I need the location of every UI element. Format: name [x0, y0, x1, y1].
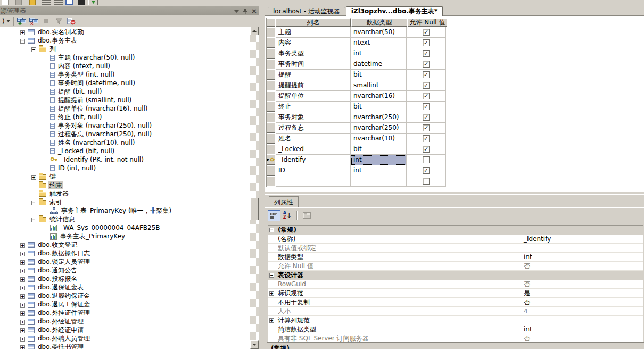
row-selector[interactable] — [267, 80, 275, 90]
pin-icon[interactable] — [243, 8, 247, 14]
tree-item[interactable]: 提醒 (bit, null) — [0, 87, 250, 96]
row-selector[interactable] — [267, 112, 275, 122]
row-selector[interactable] — [267, 38, 275, 48]
property-value[interactable]: int — [521, 325, 643, 334]
tree-item[interactable]: +dbo.实名制考勤 — [0, 28, 250, 36]
toolbar-button-fragment[interactable] — [42, 0, 51, 5]
scrollbar-thumb[interactable] — [250, 198, 259, 220]
property-value[interactable]: int — [521, 253, 643, 261]
tree-item[interactable]: 主题 (nvarchar(50), null) — [0, 53, 250, 62]
allow-null-checkbox[interactable]: ✓ — [423, 167, 430, 174]
property-row[interactable]: 允许 Null 值否 — [268, 262, 643, 271]
column-name-cell[interactable]: 过程备忘 — [276, 123, 351, 134]
tree-item[interactable]: 触发器 — [0, 189, 250, 198]
allow-null-checkbox[interactable]: ✓ — [423, 71, 430, 78]
allow-null-checkbox[interactable] — [423, 156, 430, 163]
expand-icon[interactable]: + — [20, 345, 25, 349]
expand-icon[interactable]: + — [20, 260, 25, 265]
row-selector[interactable] — [267, 165, 275, 176]
tree-vertical-scrollbar[interactable] — [250, 27, 259, 349]
toolbar-button-fragment[interactable] — [29, 0, 36, 5]
column-header-allownull[interactable]: 允许 Null 值 — [408, 18, 447, 27]
property-value[interactable]: 4 — [521, 307, 643, 315]
collapse-icon[interactable]: − — [31, 201, 36, 205]
allow-null-checkbox[interactable]: ✓ — [423, 29, 430, 36]
tree-item[interactable]: ID (int, null) — [0, 164, 250, 172]
tree-item[interactable]: −dbo.事务主表 — [0, 36, 250, 45]
expand-icon[interactable]: + — [20, 269, 25, 273]
tree-item[interactable]: +dbo.数据操作日志 — [0, 249, 250, 257]
expand-icon[interactable]: + — [20, 286, 25, 290]
tab-activity-monitor[interactable]: localhost - 活动监视器 — [268, 7, 345, 15]
toolbar-button-fragment[interactable] — [15, 0, 22, 5]
data-type-cell[interactable]: int — [351, 155, 407, 165]
row-selector[interactable] — [267, 123, 275, 133]
connect-dropdown-button[interactable]: ) — [1, 16, 12, 26]
toolbar-button-fragment[interactable] — [2, 0, 9, 5]
column-name-cell[interactable]: 事务类型 — [276, 48, 351, 59]
tree-item[interactable]: 姓名 (nvarchar(10), null) — [0, 138, 250, 147]
tree-item[interactable]: 提醒单位 (nvarchar(16), null) — [0, 104, 250, 113]
row-selector[interactable]: ▶ — [267, 155, 275, 165]
tree-item[interactable]: 事务时间 (datetime, null) — [0, 79, 250, 87]
column-name-cell[interactable]: 事务对象 — [276, 112, 351, 123]
tree-item[interactable]: +dbo.投标报名 — [0, 275, 250, 283]
connect-server-button[interactable] — [16, 16, 28, 27]
property-pages-button[interactable] — [300, 210, 313, 221]
expand-icon[interactable]: + — [20, 337, 25, 342]
tree-item[interactable]: +dbo.外经证管理 — [0, 317, 250, 326]
row-selector[interactable] — [267, 48, 275, 59]
allow-null-checkbox[interactable]: ✓ — [423, 50, 430, 57]
tree-item[interactable]: 事务主表_PrimaryKey (唯一，非聚集) — [0, 206, 250, 215]
expand-icon[interactable]: + — [20, 294, 25, 299]
property-row[interactable]: 不用于复制否 — [268, 298, 643, 307]
allow-null-checkbox[interactable]: ✓ — [423, 146, 430, 153]
scrollbar-down-button[interactable] — [250, 340, 259, 349]
property-row[interactable]: RowGuid否 — [268, 280, 643, 289]
column-name-cell[interactable]: 内容 — [276, 38, 351, 48]
allow-null-checkbox[interactable]: ✓ — [423, 93, 430, 99]
property-value[interactable]: 否 — [521, 280, 643, 288]
row-selector[interactable] — [267, 102, 275, 112]
property-row[interactable]: 大小4 — [268, 307, 643, 316]
property-value[interactable]: 否 — [521, 334, 643, 343]
tree-item[interactable]: +dbo.外挂证件管理 — [0, 309, 250, 317]
property-value[interactable] — [521, 316, 643, 325]
column-name-cell[interactable]: 提醒单位 — [276, 91, 351, 102]
tree-item[interactable]: +dbo.退履约保证金 — [0, 292, 250, 300]
collapse-icon[interactable]: − — [20, 39, 25, 44]
data-type-cell[interactable]: nvarchar(250) — [351, 123, 407, 134]
tree-item[interactable]: +dbo.委托书管理 — [0, 343, 250, 349]
tree-item[interactable]: +dbo.锁定人员管理 — [0, 257, 250, 266]
expand-icon[interactable]: + — [20, 277, 25, 282]
vertical-splitter[interactable] — [259, 6, 265, 349]
disconnect-server-button[interactable] — [28, 16, 40, 27]
tab-column-properties[interactable]: 列属性 — [269, 196, 299, 207]
column-name-cell[interactable] — [276, 176, 351, 187]
stop-button[interactable] — [40, 16, 53, 27]
row-selector[interactable] — [267, 176, 275, 186]
row-selector[interactable] — [267, 27, 275, 37]
tree-item[interactable]: +键 — [0, 172, 250, 181]
allow-null-checkbox[interactable] — [423, 178, 430, 185]
data-type-cell[interactable]: smallint — [351, 80, 407, 91]
tree-item[interactable]: _WA_Sys_00000004_04AFB25B — [0, 223, 250, 232]
data-type-cell[interactable]: int — [351, 48, 407, 59]
data-type-cell[interactable]: datetime — [351, 59, 407, 70]
property-row[interactable]: +标识规范是 — [268, 289, 643, 298]
allow-null-checkbox[interactable]: ✓ — [423, 61, 430, 68]
row-selector[interactable] — [267, 144, 275, 154]
script-blocked-button[interactable] — [65, 16, 77, 27]
row-selector[interactable] — [267, 59, 275, 69]
property-value[interactable]: 是 — [521, 289, 643, 297]
allow-null-checkbox[interactable]: ✓ — [423, 114, 430, 121]
tree-item[interactable]: 事务主表_PrimaryKey — [0, 232, 250, 240]
property-value[interactable]: _Identify — [521, 235, 643, 243]
expand-icon[interactable]: + — [20, 30, 25, 35]
allow-null-checkbox[interactable]: ✓ — [423, 39, 430, 46]
expand-icon[interactable]: + — [20, 252, 25, 256]
toolbar-button-fragment[interactable] — [65, 0, 73, 5]
data-type-cell[interactable]: nvarchar(50) — [351, 27, 407, 38]
column-name-cell[interactable]: 提醒 — [276, 70, 351, 80]
expand-icon[interactable]: + — [20, 303, 25, 308]
